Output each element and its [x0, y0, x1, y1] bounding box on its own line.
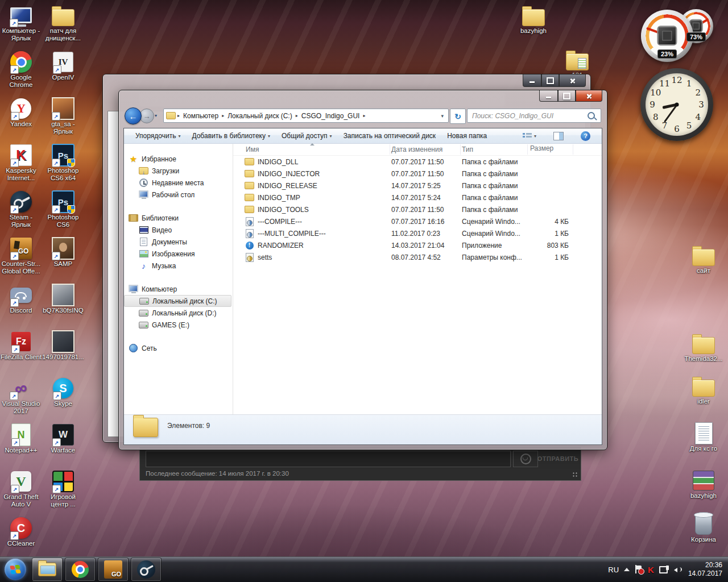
network-icon[interactable] — [659, 566, 669, 573]
desktop-icon-folder[interactable]: idler — [682, 374, 725, 405]
file-row[interactable]: INDIGO_TOOLS07.07.2017 11:50Папка с файл… — [233, 203, 602, 215]
toolbar-item[interactable]: Упорядочить▾ — [130, 130, 186, 142]
toolbar-item[interactable]: Добавить в библиотеку▾ — [186, 130, 276, 142]
desktop-icon-kaspersky[interactable]: Kaspersky Internet... — [0, 143, 42, 182]
desktop-icon-computer[interactable]: Компьютер - Ярлык — [0, 3, 42, 42]
sidebar-group[interactable]: Компьютер — [124, 283, 233, 295]
sidebar-item[interactable]: Музыка — [124, 260, 233, 272]
sidebar-item[interactable]: Документы — [124, 236, 233, 248]
desktop-icon-folder[interactable]: bazyhigh — [512, 3, 555, 35]
column-header[interactable]: Размер — [528, 144, 573, 155]
close-button[interactable] — [559, 74, 586, 87]
maximize-button[interactable] — [541, 74, 559, 87]
taskbar-button-chrome[interactable] — [65, 558, 96, 581]
close-button[interactable] — [576, 90, 602, 102]
desktop-icon-folder[interactable]: патч для днищенск... — [42, 3, 84, 42]
taskbar-clock[interactable]: 20:36 14.07.2017 — [688, 561, 722, 578]
resize-grip[interactable] — [572, 472, 578, 478]
desktop-icon-rubik[interactable]: Игровой центр ... — [42, 469, 84, 508]
file-list-area[interactable]: ИмяДата измененияТипРазмер INDIGO_DLL07.… — [233, 144, 602, 415]
sidebar-item[interactable]: Изображения — [124, 248, 233, 260]
desktop-icon-visualstudio[interactable]: Visual Studio 2017 — [0, 376, 42, 415]
language-indicator[interactable]: RU — [608, 566, 619, 574]
desktop-icon-photo-gray[interactable]: bQ7K30fsINQ — [42, 283, 84, 314]
desktop-icon-photo-brown[interactable]: SAMP — [42, 236, 84, 268]
sidebar-item[interactable]: Локальный диск (D:) — [124, 307, 233, 319]
preview-pane-button[interactable] — [548, 130, 569, 142]
desktop-icon-photoshop[interactable]: Photoshop CS6 — [42, 190, 84, 228]
back-button[interactable]: ← — [125, 107, 142, 124]
send-button[interactable]: ОТПРАВИТЬ — [539, 451, 577, 466]
taskbar-button-csgo[interactable]: GO — [98, 558, 129, 581]
history-dropdown-icon[interactable]: ▾ — [155, 113, 157, 118]
file-row[interactable]: ---MULTI_COMPILE---11.02.2017 0:23Сценар… — [233, 227, 602, 239]
address-bar[interactable]: ▸Компьютер▸Локальный диск (C:)▸CSGO_Indi… — [163, 109, 449, 123]
sidebar-item[interactable]: Недавние места — [124, 177, 233, 189]
toolbar-item[interactable]: Записать на оптический диск — [338, 130, 442, 142]
desktop-icon-photoshop[interactable]: Photoshop CS6 x64 — [42, 143, 84, 182]
minimize-button[interactable] — [539, 90, 558, 102]
desktop-icon-openiv[interactable]: OpenIV — [42, 50, 84, 81]
taskbar-button-steam[interactable] — [131, 558, 162, 581]
sidebar-item[interactable]: Видео — [124, 224, 233, 236]
clock-gadget[interactable]: 121234567891011 — [640, 68, 713, 141]
file-row[interactable]: INDIGO_DLL07.07.2017 11:50Папка с файлам… — [233, 156, 602, 168]
file-row[interactable]: RANDOMIZER14.03.2017 21:04Приложение803 … — [233, 239, 602, 251]
desktop-icon-ccleaner[interactable]: CCleaner — [0, 516, 42, 547]
file-row[interactable]: INDIGO_INJECTOR07.07.2017 11:50Папка с ф… — [233, 168, 602, 180]
desktop-icon-recycle[interactable]: Корзина — [682, 512, 725, 543]
desktop-icon-csgo[interactable]: Counter-Str... Global Offe... — [0, 236, 42, 275]
desktop-icon-folder[interactable]: Themida32... — [682, 331, 725, 363]
desktop-icon-skype[interactable]: Skype — [42, 376, 84, 408]
desktop-icon-notepadpp[interactable]: Notepad++ — [0, 423, 42, 454]
column-header[interactable]: Тип — [461, 144, 528, 155]
desktop-icon-chrome[interactable]: Google Chrome — [0, 50, 42, 89]
file-row[interactable]: setts08.07.2017 4:52Параметры конф...1 К… — [233, 251, 602, 263]
breadcrumb-item[interactable]: Компьютер — [181, 111, 220, 121]
cpu-meter-gadget[interactable]: 23% — [641, 10, 693, 62]
views-button[interactable]: ▾ — [517, 131, 542, 142]
desktop-icon-filezilla[interactable]: FileZilla Client — [0, 330, 42, 361]
chat-window[interactable]: ОТПРАВИТЬ Последнее сообщение: 14 июля 2… — [139, 446, 581, 481]
desktop-icon-folder[interactable]: сайт — [682, 243, 725, 275]
address-dropdown-icon[interactable]: ▾ — [439, 113, 446, 119]
sidebar-group[interactable]: Сеть — [124, 342, 233, 354]
file-row[interactable]: INDIGO_TMP14.07.2017 5:24Папка с файлами — [233, 192, 602, 203]
restore-button[interactable] — [558, 90, 576, 102]
desktop-icon-textdoc[interactable]: Для кс го — [682, 421, 725, 452]
toolbar-item[interactable]: Общий доступ▾ — [276, 130, 338, 142]
desktop-icon-discord[interactable]: Discord — [0, 283, 42, 314]
toolbar-item[interactable]: Новая папка — [441, 130, 493, 142]
chat-message-input[interactable] — [146, 451, 511, 467]
breadcrumb-item[interactable]: Локальный диск (C:) — [226, 111, 294, 121]
desktop-icon-photo-dark[interactable]: 1497019781... — [42, 330, 84, 361]
refresh-button[interactable]: ↻ — [450, 109, 466, 124]
sidebar-item[interactable]: Локальный диск (C:) — [124, 295, 231, 307]
minimize-button[interactable] — [523, 74, 541, 87]
volume-icon[interactable] — [674, 566, 683, 573]
column-header[interactable]: Дата изменения — [390, 144, 461, 155]
action-center-icon[interactable] — [635, 565, 643, 574]
taskbar-button-explorer[interactable] — [32, 558, 63, 581]
start-button[interactable] — [5, 559, 26, 580]
breadcrumb-item[interactable]: CSGO_Indigo_GUI — [300, 111, 362, 121]
desktop-icon-steam[interactable]: Steam - Ярлык — [0, 190, 42, 228]
sidebar-group[interactable]: Библиотеки — [124, 212, 233, 224]
search-box[interactable]: Поиск: CSGO_Indigo_GUI — [467, 109, 601, 123]
sidebar-item[interactable]: Загрузки — [124, 165, 233, 177]
kaspersky-icon[interactable]: K — [648, 565, 654, 575]
show-hidden-icons-button[interactable] — [624, 568, 630, 571]
file-row[interactable]: INDIGO_RELEASE14.07.2017 5:25Папка с фай… — [233, 180, 602, 192]
sidebar-item[interactable]: GAMES (E:) — [124, 319, 233, 331]
desktop-icon-warface[interactable]: Warface — [42, 423, 84, 454]
file-row[interactable]: ---COMPILE---07.07.2017 16:16Сценарий Wi… — [233, 215, 602, 227]
desktop-icon-photo-orange[interactable]: gta_sa - Ярлык — [42, 97, 84, 135]
emoji-button[interactable] — [513, 451, 538, 467]
desktop-icon-gtav[interactable]: Grand Theft Auto V — [0, 469, 42, 508]
sidebar-group[interactable]: Избранное — [124, 153, 233, 165]
desktop-icon-yandex[interactable]: Yandex — [0, 97, 42, 128]
sidebar-item[interactable]: Рабочий стол — [124, 189, 233, 201]
help-button[interactable]: ? — [575, 130, 596, 143]
explorer-window[interactable]: ← → ▾ ▸Компьютер▸Локальный диск (C:)▸CSG… — [118, 90, 607, 450]
column-header[interactable]: Имя — [233, 144, 390, 155]
